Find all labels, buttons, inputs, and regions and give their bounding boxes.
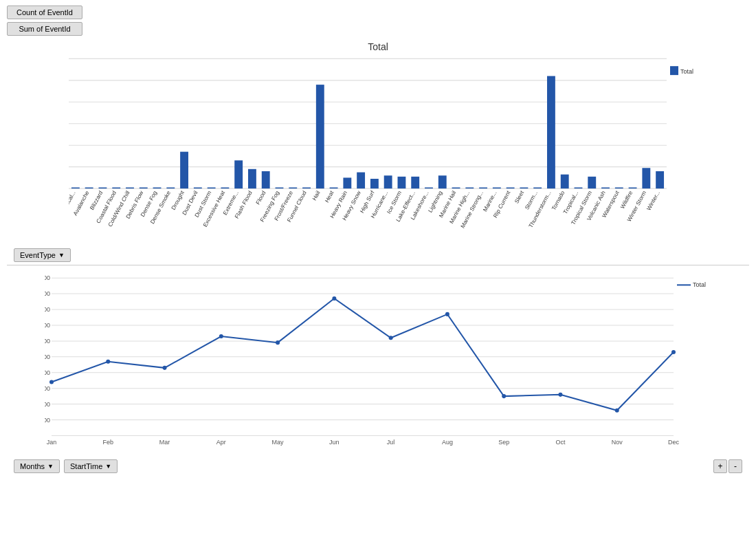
svg-text:7000: 7000 — [45, 322, 50, 329]
svg-text:9000: 9000 — [45, 290, 50, 297]
svg-rect-74 — [479, 188, 487, 189]
svg-rect-56 — [357, 173, 365, 189]
svg-rect-64 — [411, 177, 419, 188]
svg-text:Total: Total — [680, 68, 693, 75]
svg-text:6000: 6000 — [45, 338, 50, 345]
svg-text:Sep: Sep — [498, 439, 509, 446]
svg-point-138 — [106, 360, 110, 364]
svg-rect-36 — [221, 188, 229, 189]
svg-rect-88 — [575, 188, 583, 189]
months-dropdown-arrow-icon: ▼ — [47, 463, 54, 470]
svg-rect-18 — [99, 188, 107, 189]
svg-text:2000: 2000 — [45, 401, 50, 408]
svg-rect-76 — [493, 188, 501, 189]
svg-rect-54 — [343, 177, 351, 188]
svg-text:Hail: Hail — [311, 189, 321, 202]
svg-point-142 — [332, 296, 336, 301]
scroll-left-button[interactable]: + — [713, 459, 727, 473]
svg-point-144 — [445, 312, 449, 316]
svg-rect-38 — [234, 160, 243, 188]
eventtype-label: EventType — [20, 251, 56, 259]
svg-point-139 — [163, 366, 167, 370]
svg-rect-48 — [302, 188, 311, 189]
svg-rect-84 — [547, 76, 555, 189]
svg-rect-50 — [316, 85, 324, 188]
svg-text:Jan: Jan — [47, 439, 57, 446]
svg-point-141 — [276, 340, 280, 345]
svg-rect-42 — [262, 171, 270, 188]
svg-rect-94 — [615, 188, 623, 189]
svg-rect-100 — [656, 171, 664, 188]
svg-text:Oct: Oct — [555, 439, 565, 446]
svg-rect-92 — [601, 188, 610, 189]
svg-text:Mar: Mar — [159, 439, 170, 446]
svg-rect-98 — [642, 168, 650, 188]
svg-text:Total: Total — [693, 281, 706, 288]
svg-rect-24 — [140, 188, 148, 189]
svg-text:5000: 5000 — [45, 353, 50, 360]
svg-point-148 — [671, 350, 676, 354]
svg-rect-22 — [126, 188, 134, 189]
svg-rect-58 — [370, 179, 379, 188]
svg-rect-102 — [670, 66, 678, 75]
svg-rect-62 — [398, 177, 406, 188]
svg-text:Nov: Nov — [612, 439, 623, 446]
svg-text:4000: 4000 — [45, 369, 50, 376]
charts-container: Total 6000000005000000004000000003000000… — [0, 39, 756, 501]
svg-rect-16 — [85, 188, 93, 189]
svg-rect-72 — [465, 188, 474, 189]
toolbar: Count of EventId Sum of EventId — [0, 0, 756, 39]
svg-text:10000: 10000 — [45, 274, 50, 281]
months-dropdown[interactable]: Months ▼ — [14, 459, 60, 473]
svg-point-145 — [502, 394, 506, 398]
svg-text:May: May — [272, 439, 284, 446]
scroll-right-button[interactable]: - — [729, 459, 742, 473]
svg-point-147 — [615, 409, 619, 413]
svg-rect-26 — [153, 188, 162, 189]
svg-text:Dec: Dec — [668, 439, 679, 446]
svg-rect-66 — [425, 188, 433, 189]
svg-text:Sleet: Sleet — [513, 189, 526, 205]
svg-point-143 — [389, 336, 393, 340]
svg-rect-28 — [166, 188, 175, 189]
svg-rect-96 — [629, 188, 637, 189]
svg-text:3000: 3000 — [45, 385, 50, 392]
svg-rect-90 — [588, 177, 596, 188]
svg-point-140 — [219, 334, 223, 338]
svg-text:Jun: Jun — [329, 439, 340, 446]
line-chart: 1000090008000700060005000400030002000100… — [7, 271, 749, 501]
starttime-label: StartTime — [70, 462, 102, 470]
bar-chart-inner: 6000000005000000004000000003000000002000… — [69, 55, 708, 244]
months-label: Months — [20, 462, 45, 470]
svg-rect-86 — [561, 175, 569, 188]
svg-text:Winter...: Winter... — [645, 189, 661, 212]
count-eventid-button[interactable]: Count of EventId — [7, 6, 82, 19]
svg-rect-68 — [438, 175, 447, 188]
eventtype-dropdown[interactable]: EventType ▼ — [14, 248, 71, 262]
svg-rect-52 — [330, 188, 338, 189]
svg-rect-30 — [180, 152, 188, 188]
svg-rect-14 — [71, 188, 80, 189]
svg-point-146 — [558, 393, 562, 397]
sum-eventid-button[interactable]: Sum of EventId — [7, 22, 82, 36]
line-chart-svg: 1000090008000700060005000400030002000100… — [45, 271, 722, 457]
svg-rect-32 — [194, 188, 202, 189]
svg-rect-78 — [507, 188, 515, 189]
svg-text:Flood: Flood — [254, 189, 267, 206]
svg-rect-34 — [208, 188, 216, 189]
bar-chart-svg: 6000000005000000004000000003000000002000… — [69, 55, 708, 244]
starttime-dropdown[interactable]: StartTime ▼ — [64, 459, 118, 473]
svg-rect-46 — [289, 188, 297, 189]
svg-rect-20 — [112, 188, 120, 189]
bar-chart-footer: EventType ▼ — [7, 244, 749, 266]
svg-text:Feb: Feb — [103, 439, 114, 446]
svg-rect-44 — [276, 188, 284, 189]
line-chart-inner: 1000090008000700060005000400030002000100… — [45, 271, 722, 457]
line-chart-footer: Months ▼ StartTime ▼ + - — [7, 457, 749, 476]
starttime-dropdown-arrow-icon: ▼ — [105, 463, 111, 470]
bar-chart-title: Total — [7, 39, 749, 54]
svg-text:Jul: Jul — [387, 439, 395, 446]
svg-text:8000: 8000 — [45, 306, 50, 313]
svg-rect-82 — [533, 188, 542, 189]
svg-rect-80 — [520, 188, 528, 189]
